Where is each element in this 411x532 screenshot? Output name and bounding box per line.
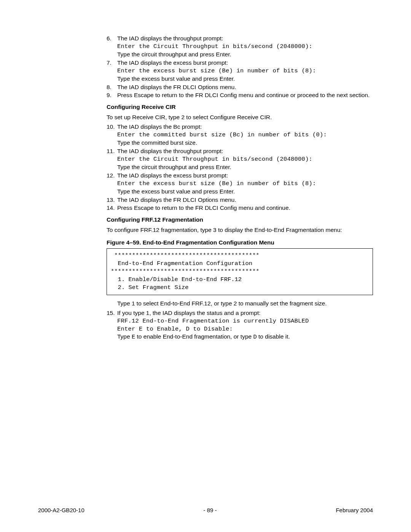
step-text: Press Escape to return to the FR DLCI Co… [117, 204, 373, 212]
step-number: 14. [107, 204, 117, 212]
step-number: 12. [107, 172, 117, 196]
code-line: Enter the excess burst size (Be) in numb… [117, 67, 373, 75]
step-13: 13. The IAD displays the FR DLCI Options… [107, 196, 373, 204]
figure-title: Figure 4–59. End-to-End Fragmentation Co… [107, 239, 373, 247]
heading-receive-cir: Configuring Receive CIR [107, 103, 373, 111]
step-text: The IAD displays the excess burst prompt… [117, 59, 373, 67]
step-text: Press Escape to return to the FR DLCI Co… [117, 91, 373, 99]
content-column: 6. The IAD displays the throughput promp… [107, 35, 373, 341]
step-text: The IAD displays the FR DLCI Options men… [117, 83, 373, 91]
figure-code-box: ****************************************… [107, 248, 373, 295]
step-text: The IAD displays the Bc prompt: [117, 123, 373, 131]
page: 6. The IAD displays the throughput promp… [0, 0, 411, 532]
step-body: Press Escape to return to the FR DLCI Co… [117, 91, 373, 99]
step-body: Press Escape to return to the FR DLCI Co… [117, 204, 373, 212]
step-body: The IAD displays the excess burst prompt… [117, 59, 373, 83]
step-number: 6. [107, 35, 117, 59]
intro-frf12: To configure FRF.12 fragmentation, type … [107, 226, 373, 234]
step-12: 12. The IAD displays the excess burst pr… [107, 172, 373, 196]
step-9: 9. Press Escape to return to the FR DLCI… [107, 91, 373, 99]
step-number: 15. [107, 309, 117, 342]
step-number: 7. [107, 59, 117, 83]
step-text: Type the circuit throughput and press En… [117, 163, 373, 171]
footer-doc-id: 2000-A2-GB20-10 [38, 506, 84, 514]
page-footer: 2000-A2-GB20-10 - 89 - February 2004 [38, 506, 373, 514]
step-body: The IAD displays the FR DLCI Options men… [117, 83, 373, 91]
step-body: If you type 1, the IAD displays the stat… [117, 309, 373, 342]
step-body: The IAD displays the throughput prompt: … [117, 35, 373, 59]
step-text: The IAD displays the FR DLCI Options men… [117, 196, 373, 204]
step-body: The IAD displays the Bc prompt: Enter th… [117, 123, 373, 147]
step-text: The IAD displays the excess burst prompt… [117, 172, 373, 180]
step-text: If you type 1, the IAD displays the stat… [117, 309, 373, 317]
step-10: 10. The IAD displays the Bc prompt: Ente… [107, 123, 373, 147]
heading-frf12: Configuring FRF.12 Fragmentation [107, 216, 373, 224]
step-text: Type the committed burst size. [117, 139, 373, 147]
step-7: 7. The IAD displays the excess burst pro… [107, 59, 373, 83]
footer-page-number: - 89 - [204, 506, 217, 514]
inline-code: E [132, 334, 135, 340]
step-number: 8. [107, 83, 117, 91]
step-text: Type the circuit throughput and press En… [117, 51, 373, 59]
footer-date: February 2004 [336, 506, 373, 514]
code-line: Enter the Circuit Throughput in bits/sec… [117, 155, 373, 163]
post-figure-text: Type 1 to select End-to-End FRF.12, or t… [107, 300, 373, 308]
step-number: 9. [107, 91, 117, 99]
code-line: Enter E to Enable, D to Disable: [117, 325, 373, 333]
text-frag: to enable End-to-End fragmentation, or t… [135, 333, 253, 340]
code-line: FRF.12 End-to-End Fragmentation is curre… [117, 317, 373, 325]
step-11: 11. The IAD displays the throughput prom… [107, 147, 373, 171]
step-6: 6. The IAD displays the throughput promp… [107, 35, 373, 59]
code-line: Enter the Circuit Throughput in bits/sec… [117, 43, 373, 51]
step-body: The IAD displays the excess burst prompt… [117, 172, 373, 196]
step-14: 14. Press Escape to return to the FR DLC… [107, 204, 373, 212]
text-frag: Type [117, 333, 132, 340]
code-line: Enter the excess burst size (Be) in numb… [117, 180, 373, 188]
intro-receive-cir: To set up Receive CIR, type 2 to select … [107, 113, 373, 121]
step-8: 8. The IAD displays the FR DLCI Options … [107, 83, 373, 91]
step-text: The IAD displays the throughput prompt: [117, 35, 373, 43]
step-body: The IAD displays the throughput prompt: … [117, 147, 373, 171]
step-text: Type the excess burst value and press En… [117, 75, 373, 83]
inline-code: D [253, 334, 256, 340]
step-number: 10. [107, 123, 117, 147]
step-number: 13. [107, 196, 117, 204]
step-text: Type the excess burst value and press En… [117, 188, 373, 196]
step-15: 15. If you type 1, the IAD displays the … [107, 309, 373, 342]
step-text: The IAD displays the throughput prompt: [117, 147, 373, 155]
step-number: 11. [107, 147, 117, 171]
text-frag: to disable it. [257, 333, 290, 340]
step-text-mixed: Type E to enable End-to-End fragmentatio… [117, 333, 373, 341]
step-body: The IAD displays the FR DLCI Options men… [117, 196, 373, 204]
code-line: Enter the committed burst size (Bc) in n… [117, 131, 373, 139]
